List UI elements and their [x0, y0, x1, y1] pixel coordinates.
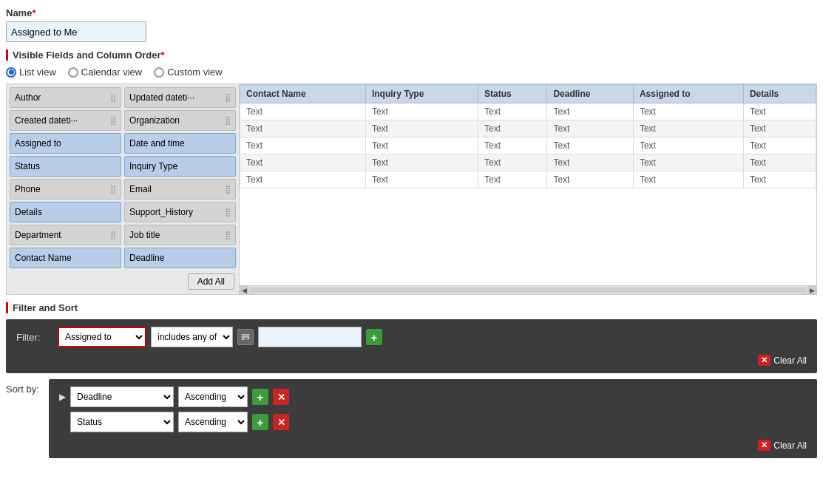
table-cell: Text	[547, 103, 634, 120]
add-all-button[interactable]: Add All	[188, 273, 234, 290]
field-btn-job-title[interactable]: Job title ⣿	[124, 225, 236, 245]
scroll-left-arrow[interactable]: ◀	[240, 286, 248, 295]
table-cell: Text	[547, 120, 634, 137]
filter-value-input[interactable]	[258, 327, 362, 347]
table-cell: Text	[240, 120, 366, 137]
custom-view-option[interactable]: Custom view	[154, 67, 222, 78]
calendar-view-option[interactable]: Calendar view	[68, 67, 142, 78]
col-header-details: Details	[743, 85, 816, 103]
scroll-right-arrow[interactable]: ▶	[807, 286, 816, 295]
sort-clear-all-label: Clear All	[773, 440, 807, 451]
sort-field-select-1[interactable]: Deadline Status Assigned to Contact Name	[70, 386, 174, 407]
col-header-contact-name: Contact Name	[240, 85, 366, 103]
transfer-icon[interactable]	[237, 329, 254, 345]
field-btn-updated[interactable]: Updated dateti··· ⣿	[124, 87, 236, 108]
col-header-inquiry-type: Inquiry Type	[365, 85, 478, 103]
col-header-assigned-to: Assigned to	[633, 85, 743, 103]
filter-clear-all-row: ✕ Clear All	[16, 352, 807, 366]
horizontal-scrollbar[interactable]: ◀ ▶	[240, 285, 816, 294]
filter-sort-header: Filter and Sort	[6, 302, 817, 313]
field-btn-assigned-to[interactable]: Assigned to	[10, 133, 121, 154]
table-row: TextTextTextTextTextText	[240, 154, 816, 171]
field-btn-organization[interactable]: Organization ⣿	[124, 110, 236, 131]
filter-field-select[interactable]: Assigned to Status Deadline Inquiry Type	[58, 327, 146, 347]
field-btn-author[interactable]: Author ⣿	[10, 87, 121, 108]
drag-icon-support: ⣿	[225, 208, 231, 217]
col-header-status: Status	[478, 85, 547, 103]
field-btn-status[interactable]: Status	[10, 156, 121, 177]
drag-icon-updated: ⣿	[225, 93, 231, 103]
drag-icon-organization: ⣿	[225, 116, 231, 126]
field-list-inner: Author ⣿ Updated dateti··· ⣿ Created dat…	[10, 87, 236, 270]
field-btn-details[interactable]: Details	[10, 202, 121, 222]
field-row-5: Phone ⣿ Email ⣿	[10, 179, 236, 200]
field-btn-department[interactable]: Department ⣿	[10, 225, 121, 245]
table-cell: Text	[240, 154, 366, 171]
custom-view-label: Custom view	[167, 67, 222, 78]
sort-remove-button-2[interactable]: ✕	[273, 414, 289, 430]
field-row-1: Author ⣿ Updated dateti··· ⣿	[10, 87, 236, 108]
sort-add-button-1[interactable]: +	[252, 389, 268, 405]
filter-clear-all-label: Clear All	[773, 355, 807, 366]
field-btn-date-time[interactable]: Date and time	[124, 133, 236, 154]
field-btn-email[interactable]: Email ⣿	[124, 179, 236, 200]
filter-add-button[interactable]: +	[366, 329, 382, 345]
table-cell: Text	[633, 103, 743, 120]
field-btn-support-history[interactable]: Support_History ⣿	[124, 202, 236, 222]
field-btn-inquiry-type[interactable]: Inquiry Type	[124, 156, 236, 177]
table-cell: Text	[743, 137, 816, 154]
field-btn-contact-name[interactable]: Contact Name	[10, 248, 121, 268]
field-btn-deadline[interactable]: Deadline	[124, 248, 236, 268]
table-cell: Text	[743, 120, 816, 137]
scroll-track[interactable]	[250, 287, 806, 293]
list-view-option[interactable]: List view	[6, 67, 56, 78]
list-view-label: List view	[19, 67, 56, 78]
table-cell: Text	[365, 171, 478, 188]
sort-field-select-2[interactable]: Status Deadline Assigned to Contact Name	[70, 412, 174, 432]
filter-clear-all-button[interactable]: ✕ Clear All	[758, 355, 807, 366]
table-cell: Text	[478, 137, 547, 154]
table-cell: Text	[743, 103, 816, 120]
sort-arrow-1: ▶	[59, 392, 66, 402]
sort-clear-all-x-badge: ✕	[758, 440, 770, 451]
sort-remove-button-1[interactable]: ✕	[273, 389, 289, 405]
field-btn-phone[interactable]: Phone ⣿	[10, 179, 121, 200]
table-cell: Text	[478, 154, 547, 171]
table-cell: Text	[633, 154, 743, 171]
table-cell: Text	[633, 120, 743, 137]
filter-label: Filter:	[16, 332, 53, 343]
calendar-view-radio[interactable]	[68, 67, 78, 78]
table-cell: Text	[365, 154, 478, 171]
sort-body: ▶ Deadline Status Assigned to Contact Na…	[49, 379, 817, 458]
drag-icon-job-title: ⣿	[225, 231, 231, 240]
drag-icon-email: ⣿	[225, 185, 231, 194]
custom-view-radio[interactable]	[154, 67, 164, 78]
sort-row-2: ▶ Status Deadline Assigned to Contact Na…	[59, 412, 807, 432]
drag-icon-author: ⣿	[110, 93, 116, 103]
preview-table-container: Contact Name Inquiry Type Status Deadlin…	[240, 84, 816, 285]
list-view-radio[interactable]	[6, 67, 16, 78]
table-cell: Text	[365, 120, 478, 137]
filter-body: Filter: Assigned to Status Deadline Inqu…	[6, 319, 817, 373]
filter-row: Filter: Assigned to Status Deadline Inqu…	[16, 327, 807, 347]
sort-clear-all-button[interactable]: ✕ Clear All	[758, 440, 807, 451]
clear-all-x-badge: ✕	[758, 355, 770, 366]
sort-dir-select-1[interactable]: Ascending Descending	[178, 386, 248, 407]
filter-op-select[interactable]: includes any of is is not	[151, 327, 233, 347]
table-cell: Text	[240, 171, 366, 188]
table-cell: Text	[633, 137, 743, 154]
visible-fields-header: Visible Fields and Column Order*	[6, 50, 817, 61]
name-input[interactable]	[6, 21, 146, 42]
sort-row-1: ▶ Deadline Status Assigned to Contact Na…	[59, 386, 807, 407]
field-list-container: Author ⣿ Updated dateti··· ⣿ Created dat…	[7, 84, 240, 294]
sort-add-button-2[interactable]: +	[252, 414, 268, 430]
drag-icon-department: ⣿	[110, 231, 116, 240]
table-cell: Text	[743, 171, 816, 188]
name-label: Name*	[6, 7, 817, 18]
preview-table: Contact Name Inquiry Type Status Deadlin…	[240, 84, 816, 188]
view-options: List view Calendar view Custom view	[6, 67, 817, 78]
field-btn-created[interactable]: Created dateti··· ⣿	[10, 110, 121, 131]
table-cell: Text	[365, 103, 478, 120]
sort-dir-select-2[interactable]: Ascending Descending	[178, 412, 248, 432]
field-row-7: Department ⣿ Job title ⣿	[10, 225, 236, 245]
